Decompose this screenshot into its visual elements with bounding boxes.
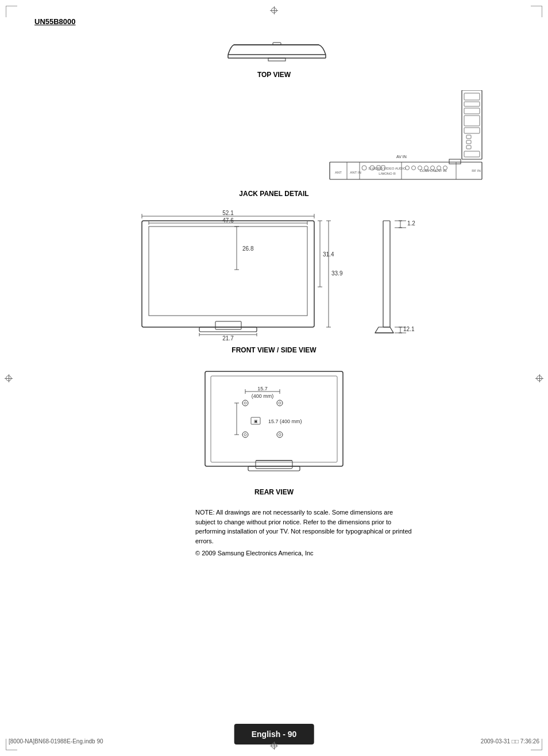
corner-mark-tr — [531, 6, 542, 17]
svg-rect-8 — [464, 116, 480, 126]
model-number: UN55B8000 — [34, 17, 514, 26]
svg-text:ANT: ANT — [335, 171, 342, 174]
top-view-container — [34, 34, 514, 66]
svg-rect-4 — [462, 90, 482, 159]
top-view-svg — [188, 34, 360, 66]
crosshair-bottom — [268, 740, 280, 751]
svg-point-87 — [244, 433, 246, 436]
dim-width-inner: 47.6 — [222, 217, 234, 224]
svg-text:RF IN: RF IN — [472, 169, 481, 172]
svg-text:COMPONENT IN: COMPONENT IN — [420, 169, 447, 172]
dim-side-bottom: 12.1 — [403, 326, 415, 332]
top-view-section: TOP VIEW — [34, 34, 514, 79]
jack-panel-title: JACK PANEL DETAIL — [34, 190, 514, 198]
svg-rect-38 — [142, 221, 314, 327]
svg-rect-0 — [228, 55, 326, 58]
svg-rect-60 — [383, 221, 390, 327]
svg-rect-39 — [149, 227, 307, 316]
jack-panel-section: AV IN ANT ANT IN S-VIDEO VIDEO AUDIO L/M… — [34, 90, 514, 198]
corner-mark-tl — [6, 6, 17, 17]
note-section: NOTE: All drawings are not necessarily t… — [195, 508, 414, 558]
svg-point-80 — [279, 402, 281, 404]
svg-rect-11 — [466, 140, 471, 144]
svg-rect-6 — [464, 102, 480, 106]
note-text: NOTE: All drawings are not necessarily t… — [195, 508, 414, 546]
svg-rect-9 — [464, 128, 480, 133]
svg-point-27 — [412, 166, 416, 170]
svg-rect-10 — [466, 135, 471, 139]
front-view-svg: 52.1 47.6 26.8 31.4 — [125, 209, 343, 341]
dim-height-right-bot: 33.9 — [331, 270, 343, 277]
rear-view-section: 15.7 (400 mm) ▣ 15.7 (400 mm) — [34, 366, 514, 496]
svg-text:S-VIDEO   VIDEO   AUDIO: S-VIDEO VIDEO AUDIO — [368, 167, 406, 170]
top-view-title: TOP VIEW — [34, 71, 514, 79]
svg-rect-12 — [466, 145, 471, 149]
footer-left: [8000-NA]BN68-01988E-Eng.indb 90 — [9, 738, 103, 745]
svg-rect-41 — [215, 321, 241, 329]
note-copyright: © 2009 Samsung Electronics America, Inc — [195, 548, 414, 558]
crosshair-right — [535, 374, 543, 382]
svg-point-78 — [244, 402, 246, 404]
rear-view-title: REAR VIEW — [34, 488, 514, 496]
dim-width-bottom: 21.7 — [222, 335, 234, 341]
rear-view-svg: 15.7 (400 mm) ▣ 15.7 (400 mm) — [194, 366, 354, 483]
svg-rect-5 — [464, 93, 480, 100]
dim-rear-horiz-mm: (400 mm) — [252, 393, 274, 399]
footer-right: 2009-03-31 □□ 7:36:26 — [481, 738, 539, 745]
jack-panel-svg: AV IN ANT ANT IN S-VIDEO VIDEO AUDIO L/M… — [312, 90, 496, 185]
crosshair-top — [268, 5, 280, 16]
dim-width-outer: 52.1 — [222, 210, 234, 216]
svg-rect-13 — [464, 151, 480, 157]
svg-rect-37 — [449, 159, 461, 164]
page: UN55B8000 TOP VIEW — [0, 0, 548, 756]
front-side-title: FRONT VIEW / SIDE VIEW — [34, 346, 514, 354]
svg-point-88 — [277, 432, 283, 438]
svg-point-22 — [362, 166, 366, 170]
dim-side-top: 1.2 — [407, 220, 415, 227]
front-side-section: 52.1 47.6 26.8 31.4 — [34, 209, 514, 354]
jack-panel-container: AV IN ANT ANT IN S-VIDEO VIDEO AUDIO L/M… — [34, 90, 514, 185]
front-side-container: 52.1 47.6 26.8 31.4 — [34, 209, 514, 341]
svg-point-79 — [277, 400, 283, 406]
svg-text:▣: ▣ — [254, 419, 258, 423]
dim-rear-vert: 15.7 (400 mm) — [268, 419, 302, 424]
svg-text:L/MONO   R: L/MONO R — [379, 172, 396, 175]
svg-point-86 — [242, 432, 248, 438]
svg-text:AV IN: AV IN — [396, 155, 407, 159]
dim-height-mid: 26.8 — [242, 245, 254, 252]
svg-rect-91 — [256, 460, 292, 469]
rear-view-container: 15.7 (400 mm) ▣ 15.7 (400 mm) — [34, 366, 514, 483]
side-view-svg: 1.2 12.1 — [366, 209, 423, 341]
crosshair-left — [5, 374, 13, 382]
svg-point-77 — [242, 400, 248, 406]
svg-rect-7 — [464, 108, 480, 114]
svg-point-89 — [279, 433, 281, 436]
dim-rear-horiz: 15.7 — [257, 386, 268, 392]
